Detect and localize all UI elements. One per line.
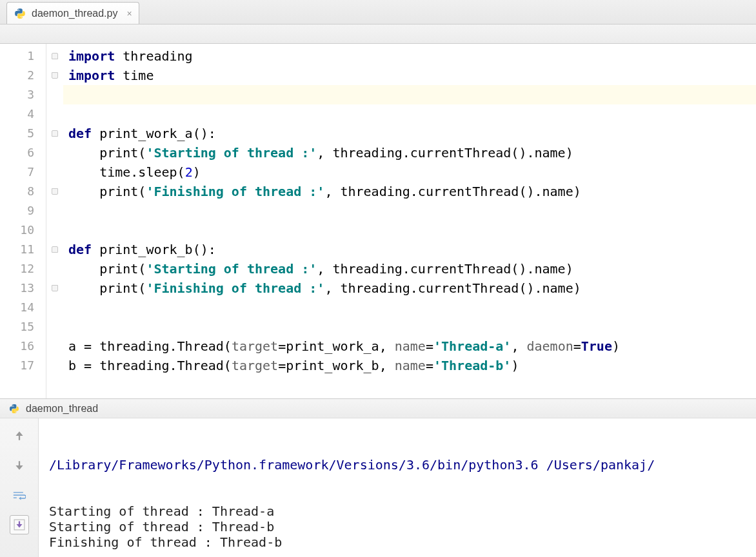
fold-marker [46,337,63,356]
fold-marker [46,259,63,278]
line-number: 1 [0,46,46,66]
code-line[interactable]: def print_work_b(): [63,240,756,259]
line-number: 10 [0,220,46,240]
breadcrumb-bar [0,24,756,44]
code-line[interactable]: a = threading.Thread(target=print_work_a… [63,337,756,356]
soft-wrap-icon[interactable] [10,485,29,505]
line-number-gutter: 1234567891011121314151617 [0,44,46,398]
run-console: /Library/Frameworks/Python.framework/Ver… [0,418,756,557]
down-arrow-icon[interactable] [10,456,29,475]
fold-marker [46,220,63,240]
fold-marker [46,143,63,162]
code-area[interactable]: import threadingimport time def print_wo… [63,44,756,398]
fold-marker[interactable] [46,278,63,298]
code-line[interactable] [63,85,756,104]
run-tool-window-header: daemon_thread [0,398,756,418]
code-line[interactable] [63,201,756,220]
python-run-icon [8,402,21,415]
tab-filename: daemon_thread.py [32,8,117,19]
code-line[interactable]: print('Finishing of thread :', threading… [63,278,756,298]
fold-marker[interactable] [46,46,63,66]
editor-tab-bar: daemon_thread.py × [0,0,756,24]
console-output[interactable]: /Library/Frameworks/Python.framework/Ver… [39,418,756,557]
scroll-to-end-icon[interactable] [10,515,29,534]
fold-marker [46,201,63,220]
fold-marker [46,356,63,375]
console-lines: Starting of thread : Thread-a Starting o… [49,503,751,550]
code-line[interactable]: print('Starting of thread :', threading.… [63,143,756,162]
fold-marker [46,298,63,317]
close-tab-icon[interactable]: × [126,8,132,19]
fold-marker [46,162,63,182]
code-line[interactable]: import threading [63,46,756,66]
line-number: 15 [0,317,46,337]
python-file-icon [14,7,26,20]
code-line[interactable]: def print_work_a(): [63,124,756,143]
fold-marker [46,104,63,124]
fold-marker[interactable] [46,66,63,85]
code-editor[interactable]: 1234567891011121314151617 import threadi… [0,44,756,398]
file-tab[interactable]: daemon_thread.py × [6,2,139,24]
fold-marker[interactable] [46,182,63,201]
line-number: 4 [0,104,46,124]
line-number: 14 [0,298,46,317]
line-number: 7 [0,162,46,182]
code-line[interactable]: import time [63,66,756,85]
fold-marker[interactable] [46,240,63,259]
line-number: 12 [0,259,46,278]
line-number: 11 [0,240,46,259]
line-number: 16 [0,337,46,356]
line-number: 3 [0,85,46,104]
code-line[interactable]: print('Finishing of thread :', threading… [63,182,756,201]
interpreter-path: /Library/Frameworks/Python.framework/Ver… [49,457,751,473]
code-line[interactable] [63,317,756,337]
line-number: 5 [0,124,46,143]
up-arrow-icon[interactable] [10,426,29,445]
fold-marker [46,317,63,337]
fold-marker[interactable] [46,124,63,143]
line-number: 13 [0,278,46,298]
code-line[interactable] [63,104,756,124]
console-toolbar [0,418,39,557]
fold-marker [46,85,63,104]
code-line[interactable]: print('Starting of thread :', threading.… [63,259,756,278]
fold-gutter [46,44,63,398]
line-number: 8 [0,182,46,201]
line-number: 9 [0,201,46,220]
run-config-name: daemon_thread [26,403,98,415]
code-line[interactable]: b = threading.Thread(target=print_work_b… [63,356,756,375]
line-number: 6 [0,143,46,162]
line-number: 17 [0,356,46,375]
line-number: 2 [0,66,46,85]
code-line[interactable] [63,220,756,240]
code-line[interactable] [63,298,756,317]
code-line[interactable]: time.sleep(2) [63,162,756,182]
